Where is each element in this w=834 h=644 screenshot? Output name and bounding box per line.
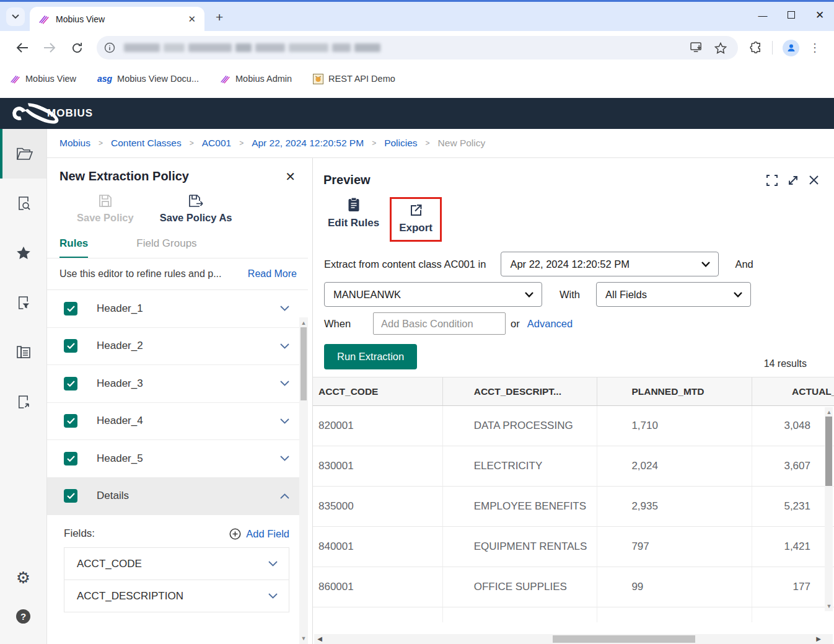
extract-label: Extract from content class AC001 in <box>324 258 486 270</box>
chevron-down-icon[interactable] <box>268 561 278 567</box>
scroll-left-arrow[interactable]: ◀ <box>315 635 324 643</box>
rail-item-policies[interactable] <box>0 278 46 327</box>
checkbox-checked[interactable] <box>64 302 77 315</box>
chevron-up-icon[interactable] <box>280 493 289 499</box>
bookmark-mobius-docs[interactable]: asg Mobius View Docu... <box>97 74 199 84</box>
install-app-icon[interactable] <box>690 42 703 53</box>
table-row[interactable]: 840001 EQUIPMENT RENTALS 797 1,421 <box>313 527 834 567</box>
scroll-down-arrow[interactable]: ▼ <box>825 602 833 611</box>
scroll-up-arrow[interactable]: ▲ <box>299 319 308 327</box>
window-close-button[interactable]: ✕ <box>805 9 834 22</box>
rail-item-export[interactable] <box>0 377 46 426</box>
column-header[interactable]: ACTUAL_MTD <box>752 377 834 405</box>
chevron-down-icon[interactable] <box>280 343 289 349</box>
chevron-down-icon[interactable] <box>280 418 289 424</box>
expand-icon[interactable] <box>788 175 799 186</box>
column-header[interactable]: ACCT_DESCRIPT... <box>443 377 598 405</box>
policy-panel-close-icon[interactable]: ✕ <box>284 169 297 184</box>
table-row[interactable]: 835000 EMPLOYEE BENEFITS 2,935 5,231 <box>313 487 834 527</box>
browser-tab[interactable]: Mobius View ✕ <box>30 7 204 31</box>
table-row[interactable]: 820001 DATA PROCESSING 1,710 3,048 <box>313 406 834 446</box>
policy-panel-scrollbar[interactable]: ▲ ▼ <box>299 317 308 644</box>
breadcrumb-snapshot[interactable]: Apr 22, 2024 12:20:52 PM <box>252 138 364 149</box>
breadcrumb-policies[interactable]: Policies <box>384 138 417 149</box>
checkbox-checked[interactable] <box>64 452 77 465</box>
checkbox-checked[interactable] <box>64 489 77 503</box>
breadcrumb-ac001[interactable]: AC001 <box>202 138 231 149</box>
export-button[interactable]: Export <box>399 203 432 234</box>
table-vertical-scrollbar[interactable]: ▲ ▼ <box>825 407 833 611</box>
field-row-acct-code[interactable]: ACCT_CODE <box>64 548 289 580</box>
bookmark-mobius-admin[interactable]: Mobius Admin <box>220 74 292 84</box>
rule-row-header-2[interactable]: Header_2 <box>47 328 308 366</box>
breadcrumb-content-classes[interactable]: Content Classes <box>111 138 182 149</box>
chevron-down-icon[interactable] <box>280 306 289 311</box>
add-field-button[interactable]: Add Field <box>229 528 289 540</box>
advanced-link[interactable]: Advanced <box>527 318 573 330</box>
reload-button[interactable] <box>69 40 84 55</box>
chevron-down-icon[interactable] <box>280 381 289 386</box>
field-row-acct-description[interactable]: ACCT_DESCRIPTION <box>64 580 289 612</box>
tab-rules[interactable]: Rules <box>59 237 88 258</box>
bookmark-mobius-view[interactable]: Mobius View <box>10 74 76 84</box>
chevron-down-icon[interactable] <box>268 593 278 599</box>
redacted-url <box>124 43 380 52</box>
rule-row-header-4[interactable]: Header_4 <box>47 403 308 441</box>
back-button[interactable] <box>15 40 30 55</box>
scroll-down-arrow[interactable]: ▼ <box>299 634 308 643</box>
page-info-icon[interactable] <box>104 42 115 53</box>
tab-search-button[interactable] <box>6 7 25 26</box>
save-policy-button[interactable]: Save Policy <box>77 194 134 224</box>
address-bar[interactable] <box>97 36 738 60</box>
table-horizontal-scrollbar[interactable]: ◀ ▶ <box>314 634 833 644</box>
tab-field-groups[interactable]: Field Groups <box>136 237 196 258</box>
scrollbar-thumb[interactable] <box>825 417 832 486</box>
column-header[interactable]: ACCT_CODE <box>313 377 443 405</box>
close-icon[interactable] <box>809 175 819 185</box>
breadcrumb-mobius[interactable]: Mobius <box>59 138 90 149</box>
rail-item-content[interactable] <box>0 129 46 179</box>
table-row[interactable]: 860001 OFFICE SUPPLIES 99 177 <box>313 567 834 607</box>
window-minimize-button[interactable]: — <box>748 10 777 20</box>
rail-item-settings[interactable]: ⚙ <box>0 558 46 597</box>
save-policy-as-button[interactable]: Save Policy As <box>160 194 232 224</box>
left-nav-rail: ⚙ ? <box>0 129 47 644</box>
rule-row-header-3[interactable]: Header_3 <box>47 365 308 403</box>
read-more-link[interactable]: Read More <box>248 268 297 280</box>
scroll-right-arrow[interactable]: ▶ <box>814 635 823 643</box>
extensions-icon[interactable] <box>749 42 762 55</box>
column-header[interactable]: PLANNED_MTD <box>597 377 752 405</box>
forward-button[interactable] <box>42 40 57 55</box>
rule-row-details[interactable]: Details <box>47 478 308 516</box>
checkbox-checked[interactable] <box>64 377 77 390</box>
checkbox-checked[interactable] <box>64 339 77 353</box>
tomcat-icon <box>313 74 323 84</box>
rail-item-search[interactable] <box>0 179 46 228</box>
rule-row-header-5[interactable]: Header_5 <box>47 440 308 478</box>
scroll-up-arrow[interactable]: ▲ <box>825 408 833 417</box>
fields-filter-select[interactable]: All Fields <box>596 282 751 307</box>
window-maximize-button[interactable] <box>777 10 805 20</box>
rail-item-favorites[interactable] <box>0 228 46 278</box>
bookmark-rest-api-demo[interactable]: REST API Demo <box>313 74 395 84</box>
scrollbar-thumb[interactable] <box>553 635 695 643</box>
report-select[interactable]: MANUEANWK <box>324 282 542 307</box>
snapshot-select[interactable]: Apr 22, 2024 12:20:52 PM <box>501 252 719 276</box>
breadcrumb: Mobius> Content Classes> AC001> Apr 22, … <box>47 129 834 158</box>
profile-avatar[interactable] <box>783 40 799 56</box>
chevron-down-icon[interactable] <box>280 456 289 461</box>
bookmark-star-icon[interactable] <box>714 42 727 54</box>
checkbox-checked[interactable] <box>64 414 77 428</box>
basic-condition-input[interactable] <box>373 312 506 335</box>
scrollbar-thumb[interactable] <box>301 327 307 400</box>
browser-menu-icon[interactable]: ⋮ <box>809 41 820 55</box>
new-tab-button[interactable]: + <box>216 10 223 25</box>
fullscreen-icon[interactable] <box>766 175 778 186</box>
table-row[interactable]: 830001 ELECTRICITY 2,024 3,607 <box>313 446 834 487</box>
rail-item-help[interactable]: ? <box>0 597 46 635</box>
run-extraction-button[interactable]: Run Extraction <box>324 344 417 369</box>
rule-row-header-1[interactable]: Header_1 <box>47 290 308 328</box>
rail-item-reports[interactable] <box>0 327 46 377</box>
tab-close-icon[interactable]: ✕ <box>185 14 198 25</box>
edit-rules-button[interactable]: Edit Rules <box>328 197 379 229</box>
